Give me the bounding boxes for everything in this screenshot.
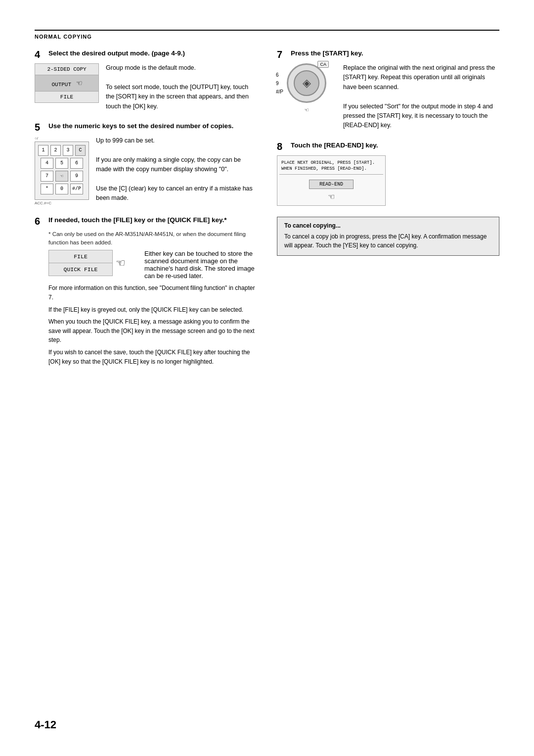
cancel-box: To cancel copying... To cancel a copy jo…: [277, 217, 499, 256]
hand-icon-read-end: ☜: [281, 192, 381, 201]
key-star: *: [41, 184, 53, 194]
top-rule: [35, 30, 499, 31]
main-content: 4 Select the desired output mode. (page …: [35, 49, 499, 377]
file-panel-row: FILE QUICK FILE ☜: [48, 250, 137, 276]
cancel-box-title: To cancel copying...: [284, 222, 492, 229]
key-3: 3: [63, 145, 73, 156]
step-4-text: Group mode is the default mode. To selec…: [106, 63, 257, 111]
key-7: 7: [41, 171, 53, 182]
footnote-1: For more information on this function, s…: [48, 284, 257, 302]
read-end-top-text: PLACE NEXT ORIGINAL, PRESS [START]. WHEN…: [279, 158, 383, 175]
ca-label: CA: [317, 61, 329, 68]
footnote-4: If you wish to cancel the save, touch th…: [48, 348, 257, 366]
key-6: 6: [70, 158, 83, 169]
read-end-area: PLACE NEXT ORIGINAL, PRESS [START]. WHEN…: [277, 155, 386, 206]
step-7-number: 7: [277, 49, 288, 59]
step-6-heading: 6 If needed, touch the [FILE] key or the…: [35, 216, 257, 226]
step-4-title: Select the desired output mode. (page 4-…: [48, 49, 185, 57]
step-5-heading: 5 Use the numeric keys to set the desire…: [35, 122, 257, 132]
quick-file-key-row: QUICK FILE: [49, 263, 112, 276]
key-5: 5: [55, 158, 68, 169]
read-end-btn-wrap: READ-END ☜: [279, 175, 383, 203]
read-end-panel: PLACE NEXT ORIGINAL, PRESS [START]. WHEN…: [277, 155, 386, 206]
step-6-body: * Can only be used on the AR-M351N/AR-M4…: [48, 230, 257, 366]
step-4-content: 2-SIDED COPY OUTPUT ☜ FILE Group mode is…: [35, 63, 257, 111]
step-6-text1: Either key can be touched to store the s…: [144, 250, 257, 280]
step-5-number: 5: [35, 122, 45, 132]
panel-line1: PLACE NEXT ORIGINAL, PRESS [START].: [281, 160, 375, 165]
key-4: 4: [41, 158, 53, 169]
footnote-3: When you touch the [QUICK FILE] key, a m…: [48, 317, 257, 345]
numeric-keypad: 1 2 3 C 4 5 6 7: [35, 142, 89, 200]
left-column: 4 Select the desired output mode. (page …: [35, 49, 257, 377]
side-num-6: 6: [276, 72, 283, 78]
step-8-title: Touch the [READ-END] key.: [291, 142, 378, 149]
step-5-text1: Up to 999 can be set.: [96, 136, 257, 145]
section-header: NORMAL COPYING: [35, 34, 499, 40]
step-8-heading: 8 Touch the [READ-END] key.: [277, 142, 499, 151]
read-end-button[interactable]: READ-END: [309, 180, 354, 189]
keypad-top-label: ○/: [35, 136, 89, 141]
side-num-9: 9: [276, 81, 283, 86]
page-number: 4-12: [35, 718, 56, 731]
keypad-bottom-label: ACC.#=C: [35, 201, 89, 205]
file-row: FILE: [35, 92, 98, 102]
step-5-text: Up to 999 can be set. If you are only ma…: [96, 136, 257, 203]
file-panel-wrap: FILE QUICK FILE ☜: [48, 250, 137, 280]
step-4-text1: Group mode is the default mode.: [106, 63, 257, 73]
step-8: 8 Touch the [READ-END] key. PLACE NEXT O…: [277, 142, 499, 206]
step-6-content: FILE QUICK FILE ☜ Either key can be touc…: [48, 250, 257, 280]
file-panel: FILE QUICK FILE: [48, 250, 113, 276]
step-7-text2: If you selected "Sort" for the output mo…: [343, 102, 499, 131]
start-arrow: ◈: [303, 77, 311, 90]
key-1: 1: [38, 145, 48, 156]
step-6-title: If needed, touch the [FILE] key or the […: [48, 216, 227, 224]
page: NORMAL COPYING 4 Select the desired outp…: [0, 0, 534, 756]
footnote-2: If the [FILE] key is greyed out, only th…: [48, 305, 257, 315]
key-0: 0: [55, 184, 68, 194]
hand-icon-output: ☜: [77, 79, 82, 89]
step-7-content: 6 9 #/P CA ◈ ☜: [277, 63, 499, 131]
keypad-row-2: 4 5 6: [38, 158, 86, 169]
step-4-text2: To select sort mode, touch the [OUTPUT] …: [106, 83, 257, 111]
step-7-heading: 7 Press the [START] key.: [277, 49, 499, 59]
start-key-group: 6 9 #/P CA ◈: [287, 63, 326, 103]
step-4-number: 4: [35, 49, 45, 59]
step-7-text: Replace the original with the next origi…: [343, 63, 499, 131]
key-9: 9: [70, 171, 83, 182]
side-num-hp: #/P: [276, 89, 283, 94]
keypad-row-1: 1 2 3 C: [38, 145, 86, 156]
step-4-heading: 4 Select the desired output mode. (page …: [35, 49, 257, 59]
start-key-inner: ◈: [294, 70, 319, 96]
step-6-number: 6: [35, 216, 45, 226]
step-5-content: ○/ 1 2 3 C 4 5 6: [35, 136, 257, 205]
start-key-area: 6 9 #/P CA ◈ ☜: [277, 63, 336, 113]
right-column: 7 Press the [START] key. 6 9 #/P CA: [277, 49, 499, 377]
step-7-text1: Replace the original with the next origi…: [343, 63, 499, 92]
key-hand: ☜: [55, 171, 68, 182]
step-6: 6 If needed, touch the [FILE] key or the…: [35, 216, 257, 366]
step-6-text-block: Either key can be touched to store the s…: [144, 250, 257, 280]
step-5-title: Use the numeric keys to set the desired …: [48, 122, 233, 130]
keypad-row-3: 7 ☜ 9: [38, 171, 86, 182]
key-clear: C: [75, 145, 86, 156]
keypad-wrap: ○/ 1 2 3 C 4 5 6: [35, 136, 89, 205]
step-8-content: PLACE NEXT ORIGINAL, PRESS [START]. WHEN…: [277, 155, 499, 206]
step-7-title: Press the [START] key.: [291, 49, 363, 57]
key-hash-p: #/P: [70, 184, 83, 194]
side-numbers: 6 9 #/P: [276, 72, 283, 94]
step-6-footnotes: For more information on this function, s…: [48, 284, 257, 366]
keypad-row-4: * 0 #/P: [38, 184, 86, 194]
file-key-row: FILE: [49, 250, 112, 263]
step-7: 7 Press the [START] key. 6 9 #/P CA: [277, 49, 499, 131]
cancel-box-text: To cancel a copy job in progress, press …: [284, 232, 492, 250]
hand-below-start: ☜: [304, 107, 309, 113]
panel-line2: WHEN FINISHED, PRESS [READ-END].: [281, 166, 367, 171]
asterisk-note: * Can only be used on the AR-M351N/AR-M4…: [48, 230, 257, 247]
step-4: 4 Select the desired output mode. (page …: [35, 49, 257, 111]
two-sided-copy-row: 2-SIDED COPY: [35, 64, 98, 75]
hand-icon-file: ☜: [116, 257, 126, 270]
step-8-number: 8: [277, 142, 288, 151]
key-2: 2: [50, 145, 61, 156]
step-5: 5 Use the numeric keys to set the desire…: [35, 122, 257, 205]
